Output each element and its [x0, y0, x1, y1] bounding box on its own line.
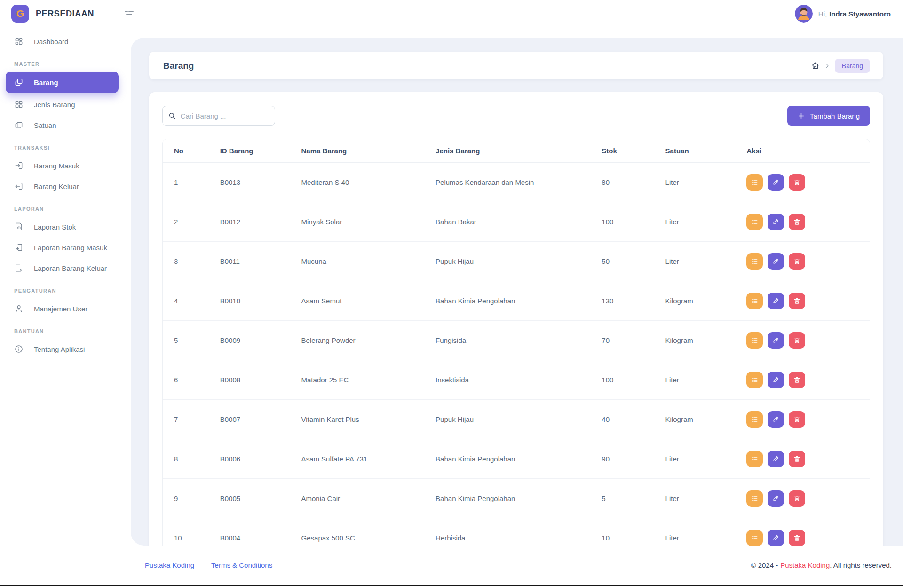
app-logo[interactable]: G — [11, 5, 29, 23]
sidebar-item-tentang-aplikasi[interactable]: Tentang Aplikasi — [0, 339, 131, 359]
edit-button[interactable] — [768, 214, 784, 230]
detail-button[interactable] — [746, 451, 763, 467]
cell-stok: 80 — [590, 163, 654, 202]
sidebar-item-satuan[interactable]: Satuan — [0, 115, 131, 135]
sidebar-section-transaksi: Transaksi — [14, 145, 131, 151]
sidebar-item-label: Dashboard — [34, 38, 68, 46]
table-row: 3 B0011 Mucuna Pupuk Hijau 50 Liter — [163, 242, 870, 281]
plus-icon — [798, 112, 805, 119]
cell-id-barang: B0006 — [209, 439, 290, 479]
delete-button[interactable] — [789, 293, 805, 309]
sidebar-item-laporan-barang-keluar[interactable]: Laporan Barang Keluar — [0, 258, 131, 278]
edit-button[interactable] — [768, 530, 784, 546]
trash-icon — [793, 534, 800, 541]
edit-button[interactable] — [768, 451, 784, 467]
list-icon — [751, 534, 759, 542]
breadcrumb-current[interactable]: Barang — [835, 59, 870, 73]
table-row: 1 B0013 Mediteran S 40 Pelumas Kendaraan… — [163, 163, 870, 202]
edit-button[interactable] — [768, 372, 784, 388]
edit-button[interactable] — [768, 332, 784, 349]
sidebar-item-jenis-barang[interactable]: Jenis Barang — [0, 94, 131, 115]
cell-stok: 50 — [590, 242, 654, 281]
info-icon — [14, 344, 24, 354]
detail-button[interactable] — [746, 253, 763, 270]
delete-button[interactable] — [789, 451, 805, 467]
detail-button[interactable] — [746, 293, 763, 309]
cell-no: 4 — [163, 281, 209, 321]
main-content: Barang Barang — [131, 38, 903, 546]
sidebar-item-laporan-stok[interactable]: Laporan Stok — [0, 216, 131, 237]
table-header-row: No ID Barang Nama Barang Jenis Barang St… — [163, 139, 870, 163]
cell-stok: 40 — [590, 400, 654, 439]
sidebar-item-barang[interactable]: Barang — [6, 72, 119, 93]
cell-satuan: Liter — [654, 360, 736, 400]
cell-no: 9 — [163, 479, 209, 518]
edit-button[interactable] — [768, 174, 784, 191]
sidebar-item-dashboard[interactable]: Dashboard — [0, 31, 131, 52]
pencil-icon — [772, 416, 779, 423]
cell-satuan: Kilogram — [654, 321, 736, 360]
row-actions — [746, 451, 858, 467]
delete-button[interactable] — [789, 174, 805, 191]
add-barang-button[interactable]: Tambah Barang — [787, 106, 870, 126]
edit-button[interactable] — [768, 411, 784, 428]
cell-aksi — [735, 242, 870, 281]
edit-button[interactable] — [768, 253, 784, 270]
pencil-icon — [772, 534, 779, 541]
detail-button[interactable] — [746, 174, 763, 191]
cell-jenis-barang: Pupuk Hijau — [424, 242, 590, 281]
cell-id-barang: B0010 — [209, 281, 290, 321]
delete-button[interactable] — [789, 372, 805, 388]
delete-button[interactable] — [789, 411, 805, 428]
user-avatar[interactable] — [795, 5, 813, 23]
cell-no: 1 — [163, 163, 209, 202]
cell-jenis-barang: Insektisida — [424, 360, 590, 400]
cell-satuan: Liter — [654, 479, 736, 518]
cell-no: 6 — [163, 360, 209, 400]
sidebar-item-label: Laporan Barang Keluar — [34, 264, 107, 272]
copyright-brand[interactable]: Pustaka Koding — [780, 561, 830, 569]
delete-button[interactable] — [789, 332, 805, 349]
detail-button[interactable] — [746, 530, 763, 546]
row-actions — [746, 490, 858, 507]
user-greeting: Hi,Indra Styawantoro — [818, 10, 891, 18]
sidebar-item-barang-keluar[interactable]: Barang Keluar — [0, 176, 131, 197]
list-icon — [751, 376, 759, 384]
edit-button[interactable] — [768, 293, 784, 309]
sidebar-item-laporan-barang-masuk[interactable]: Laporan Barang Masuk — [0, 237, 131, 258]
footer-link-pustaka-koding[interactable]: Pustaka Koding — [145, 561, 194, 569]
detail-button[interactable] — [746, 372, 763, 388]
list-icon — [751, 179, 759, 186]
arrow-in-icon — [14, 161, 24, 170]
detail-button[interactable] — [746, 411, 763, 428]
cell-jenis-barang: Bahan Kimia Pengolahan — [424, 281, 590, 321]
delete-button[interactable] — [789, 214, 805, 230]
edit-button[interactable] — [768, 490, 784, 507]
cell-id-barang: B0013 — [209, 163, 290, 202]
sidebar-item-manajemen-user[interactable]: Manajemen User — [0, 298, 131, 319]
sidebar-item-label: Laporan Stok — [34, 223, 76, 231]
footer-link-terms[interactable]: Terms & Conditions — [211, 561, 272, 569]
breadcrumb-home-link[interactable] — [811, 61, 820, 70]
search-input[interactable] — [181, 112, 269, 120]
detail-button[interactable] — [746, 490, 763, 507]
user-menu[interactable]: Hi,Indra Styawantoro — [795, 5, 891, 23]
cell-aksi — [735, 321, 870, 360]
cell-aksi — [735, 202, 870, 242]
delete-button[interactable] — [789, 490, 805, 507]
pencil-icon — [772, 179, 779, 186]
user-name: Indra Styawantoro — [829, 10, 891, 18]
cell-id-barang: B0005 — [209, 479, 290, 518]
footer-copyright: © 2024 -Pustaka Koding. All rights reser… — [751, 561, 892, 569]
delete-button[interactable] — [789, 253, 805, 270]
detail-button[interactable] — [746, 332, 763, 349]
trash-icon — [793, 258, 800, 265]
grid-icon — [14, 100, 24, 109]
sidebar-toggle-button[interactable] — [123, 8, 135, 19]
sidebar-item-barang-masuk[interactable]: Barang Masuk — [0, 155, 131, 176]
cell-aksi — [735, 360, 870, 400]
trash-icon — [793, 416, 800, 423]
detail-button[interactable] — [746, 214, 763, 230]
cell-satuan: Kilogram — [654, 281, 736, 321]
delete-button[interactable] — [789, 530, 805, 546]
